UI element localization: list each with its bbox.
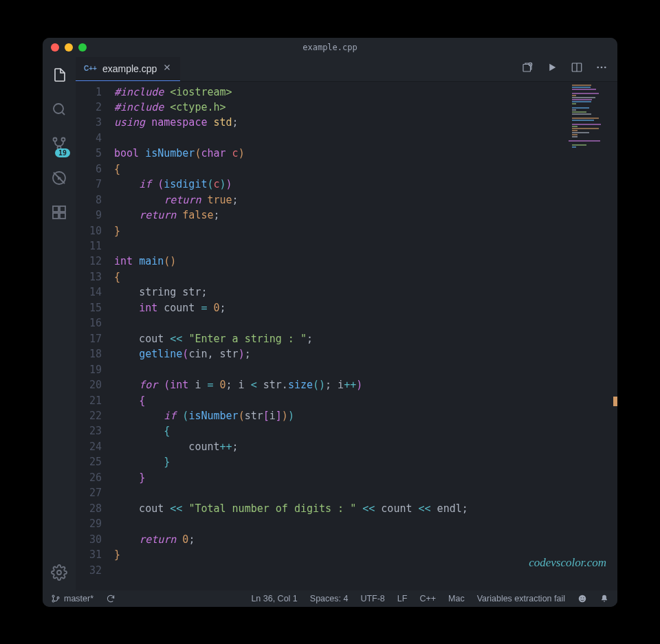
svg-point-14 bbox=[601, 67, 603, 69]
line-number-gutter: 1234567891011121314151617181920212223242… bbox=[76, 82, 114, 590]
svg-point-20 bbox=[581, 597, 582, 598]
tab-lang-badge: C++ bbox=[84, 65, 97, 72]
svg-point-19 bbox=[579, 595, 586, 602]
svg-point-0 bbox=[54, 104, 63, 113]
svg-rect-7 bbox=[60, 213, 65, 219]
svg-rect-8 bbox=[60, 206, 65, 212]
status-eol[interactable]: LF bbox=[397, 594, 408, 603]
status-encoding[interactable]: UTF-8 bbox=[360, 594, 384, 603]
svg-point-17 bbox=[52, 600, 54, 602]
svg-point-9 bbox=[57, 570, 61, 575]
tab-bar: C++ example.cpp bbox=[76, 57, 617, 82]
split-editor-icon[interactable] bbox=[571, 61, 583, 76]
search-icon[interactable] bbox=[50, 100, 69, 119]
svg-rect-5 bbox=[53, 206, 58, 212]
code-editor[interactable]: 1234567891011121314151617181920212223242… bbox=[76, 82, 617, 590]
status-sync-icon[interactable] bbox=[106, 594, 116, 603]
source-control-icon[interactable]: 19 bbox=[50, 134, 69, 153]
svg-point-18 bbox=[57, 597, 59, 599]
maximize-window-button[interactable] bbox=[78, 43, 87, 52]
tab-close-icon[interactable] bbox=[162, 63, 172, 74]
watermark: codevscolor.com bbox=[529, 556, 606, 570]
status-git-branch[interactable]: master* bbox=[51, 594, 94, 603]
compare-changes-icon[interactable] bbox=[521, 61, 534, 76]
scm-badge: 19 bbox=[55, 148, 70, 157]
window-title: example.cpp bbox=[43, 43, 617, 52]
debug-icon[interactable] bbox=[50, 168, 69, 188]
svg-point-16 bbox=[52, 595, 54, 597]
svg-point-2 bbox=[62, 137, 65, 141]
code-content[interactable]: #include <iostream>#include <ctype.h>usi… bbox=[114, 82, 617, 590]
editor-actions bbox=[521, 57, 617, 81]
status-os[interactable]: Mac bbox=[448, 594, 465, 603]
extensions-icon[interactable] bbox=[50, 203, 69, 222]
more-actions-icon[interactable] bbox=[595, 61, 608, 76]
svg-point-13 bbox=[597, 67, 599, 69]
status-bar: master* Ln 36, Col 1 Spaces: 4 UTF-8 LF … bbox=[43, 590, 617, 607]
status-problem[interactable]: Variables extraction fail bbox=[477, 594, 565, 603]
overview-ruler-marker bbox=[613, 397, 617, 406]
status-branch-label: master* bbox=[64, 594, 94, 603]
svg-point-1 bbox=[54, 137, 57, 141]
close-window-button[interactable] bbox=[51, 43, 59, 52]
editor-area: C++ example.cpp bbox=[76, 57, 617, 590]
svg-point-15 bbox=[604, 67, 606, 69]
tab-filename: example.cpp bbox=[102, 63, 157, 74]
run-icon[interactable] bbox=[546, 61, 558, 76]
status-feedback-icon[interactable] bbox=[578, 594, 587, 603]
svg-rect-6 bbox=[53, 213, 58, 219]
status-language[interactable]: C++ bbox=[419, 594, 436, 603]
status-indentation[interactable]: Spaces: 4 bbox=[310, 594, 349, 603]
titlebar: example.cpp bbox=[43, 38, 617, 57]
tab-example-cpp[interactable]: C++ example.cpp bbox=[76, 57, 180, 81]
settings-gear-icon[interactable] bbox=[50, 563, 69, 582]
activity-bar: 19 bbox=[43, 57, 76, 590]
status-bell-icon[interactable] bbox=[600, 594, 609, 603]
explorer-icon[interactable] bbox=[50, 65, 69, 85]
traffic-lights bbox=[43, 43, 87, 52]
svg-point-21 bbox=[583, 597, 584, 598]
vscode-window: example.cpp 19 bbox=[43, 38, 617, 607]
status-cursor-position[interactable]: Ln 36, Col 1 bbox=[251, 594, 297, 603]
minimize-window-button[interactable] bbox=[65, 43, 73, 52]
